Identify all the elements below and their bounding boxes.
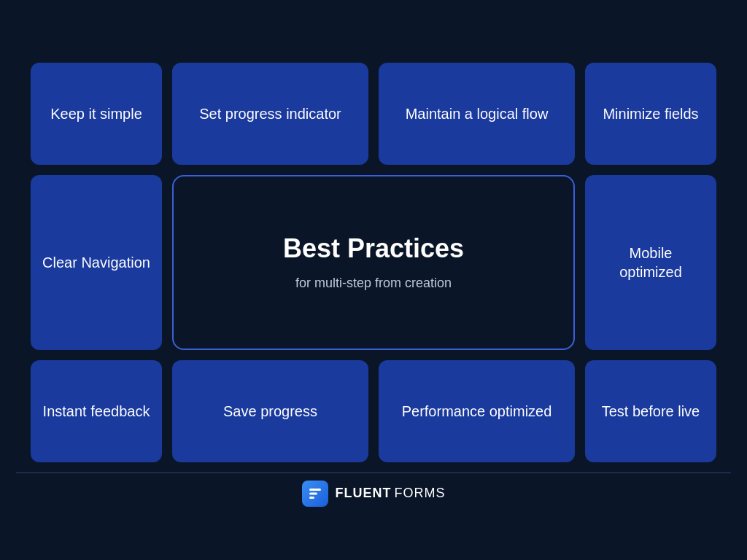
brand-bold: FLUENT <box>336 486 392 501</box>
center-title: Best Practices <box>283 232 464 266</box>
card-test-before-live: Test before live <box>585 360 716 462</box>
svg-rect-1 <box>309 492 317 494</box>
grid-wrapper: Keep it simple Set progress indicator Ma… <box>16 48 731 470</box>
card-minimize-fields: Minimize fields <box>585 63 716 165</box>
svg-rect-0 <box>309 489 321 491</box>
center-subtitle: for multi-step from creation <box>295 275 452 292</box>
logo-text: FLUENT FORMS <box>336 486 446 501</box>
card-maintain-logical-flow: Maintain a logical flow <box>379 63 575 165</box>
svg-rect-2 <box>309 497 314 499</box>
fluent-forms-svg-icon <box>307 486 323 502</box>
brand-light: FORMS <box>395 486 446 501</box>
card-save-progress: Save progress <box>172 360 368 462</box>
card-clear-navigation: Clear Navigation <box>31 175 162 350</box>
logo-icon <box>302 481 328 507</box>
card-set-progress-indicator: Set progress indicator <box>172 63 368 165</box>
main-container: Keep it simple Set progress indicator Ma… <box>16 48 731 513</box>
card-instant-feedback: Instant feedback <box>31 360 162 462</box>
footer: FLUENT FORMS <box>16 472 731 513</box>
card-mobile-optimized: Mobile optimized <box>585 175 716 350</box>
card-performance-optimized: Performance optimized <box>379 360 575 462</box>
card-center-best-practices: Best Practices for multi-step from creat… <box>172 175 575 350</box>
card-keep-it-simple: Keep it simple <box>31 63 162 165</box>
